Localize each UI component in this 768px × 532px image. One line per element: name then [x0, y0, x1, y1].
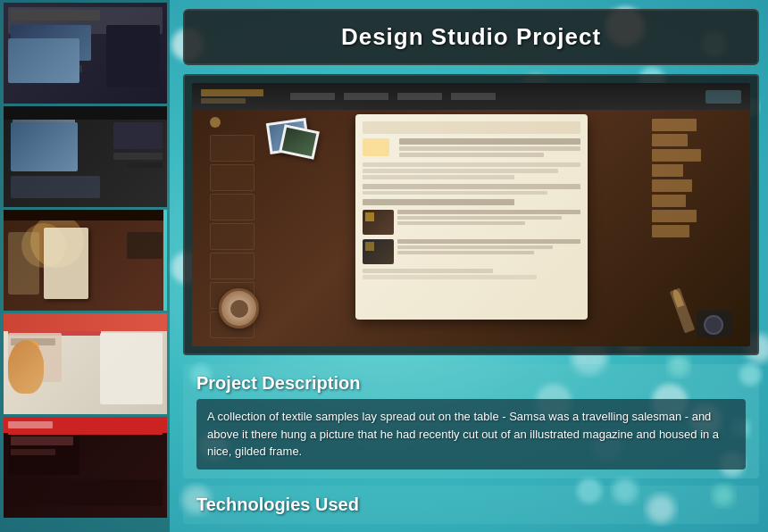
preview-paper: [355, 114, 588, 320]
main-content: Design Studio Project: [174, 0, 768, 532]
thumbnail-3: [4, 210, 167, 311]
sidebar-item[interactable]: [4, 417, 167, 518]
preview-coffee-cup: [219, 288, 259, 328]
technologies-title: Technologies Used: [196, 495, 746, 515]
project-image-container: [183, 74, 759, 355]
active-indicator: [163, 210, 167, 311]
thumbnail-2: [4, 106, 167, 207]
description-section: Project Description A collection of text…: [183, 364, 759, 478]
technologies-section: Technologies Used: [183, 486, 759, 524]
preview-ornaments: [652, 119, 723, 297]
title-box: Design Studio Project: [183, 9, 759, 65]
project-preview: [192, 83, 750, 346]
sidebar-item[interactable]: [4, 210, 167, 311]
sidebar-item[interactable]: [4, 3, 167, 104]
thumbnail-5: [4, 417, 167, 518]
page-title: Design Studio Project: [203, 23, 739, 51]
sidebar: [0, 0, 170, 532]
sidebar-item[interactable]: [4, 313, 167, 414]
preview-camera: [697, 311, 732, 337]
thumbnail-4: [4, 313, 167, 414]
thumbnail-1: [4, 3, 167, 104]
description-text-box: A collection of textile samples lay spre…: [196, 399, 746, 470]
preview-nav: [192, 83, 750, 110]
description-title: Project Description: [196, 373, 746, 394]
sidebar-item[interactable]: [4, 106, 167, 207]
description-text: A collection of textile samples lay spre…: [207, 408, 735, 461]
